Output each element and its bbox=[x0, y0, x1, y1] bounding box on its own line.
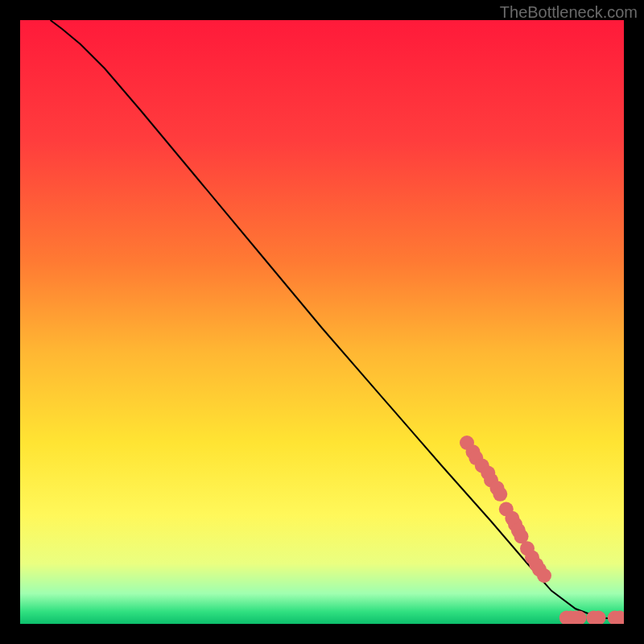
plot-area bbox=[20, 20, 624, 624]
attribution-text: TheBottleneck.com bbox=[500, 3, 638, 22]
gradient-background bbox=[20, 20, 624, 624]
data-point bbox=[493, 487, 507, 502]
chart-svg bbox=[20, 20, 624, 624]
chart-frame: TheBottleneck.com bbox=[0, 0, 644, 644]
data-point bbox=[537, 568, 551, 583]
